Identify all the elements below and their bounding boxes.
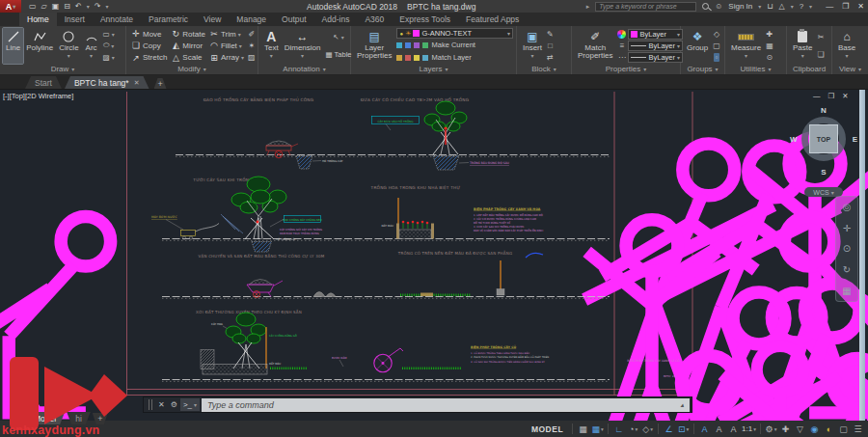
grid-display-icon[interactable]: ▦: [577, 423, 589, 435]
scale-button[interactable]: △Scale: [171, 52, 205, 64]
trim-button[interactable]: ✂Trim▾: [209, 28, 244, 40]
vertical-scrollbar[interactable]: [859, 90, 865, 421]
panel-block-footer[interactable]: Block▾: [517, 64, 571, 74]
a360-icon[interactable]: △: [778, 2, 784, 11]
help-icon[interactable]: ?: [800, 2, 803, 11]
scene1-title[interactable]: ĐÀO HỐ TRỒNG CÂY BẰNG BIỆN PHÁP THỦ CÔNG: [203, 96, 314, 102]
scene4-title[interactable]: TRỒNG HOA TRONG KHU NHÀ BIỆT THỰ: [370, 184, 461, 190]
tab-featured-apps[interactable]: Featured Apps: [458, 13, 527, 26]
id-point-icon[interactable]: ⊙: [767, 53, 773, 62]
tab-home[interactable]: Home: [19, 13, 57, 26]
search-icon[interactable]: [702, 3, 709, 10]
rectangle-icon[interactable]: ▭: [103, 30, 110, 39]
ortho-mode-icon[interactable]: ∟: [612, 423, 625, 435]
plot-icon[interactable]: ⊟: [64, 2, 70, 11]
marker-post[interactable]: [497, 260, 504, 295]
titleblock-number[interactable]: BPTC: 26: [664, 374, 676, 378]
show-motion-icon[interactable]: ▦: [842, 286, 851, 296]
tab-view[interactable]: View: [196, 13, 229, 26]
rootball-hole-hatch[interactable]: TRỒNG BẦU ĐÚNG ĐỘ SÂU: [433, 156, 509, 171]
hand-cart[interactable]: [266, 141, 298, 158]
move-button[interactable]: ✛Move: [131, 28, 167, 40]
revision-cloud-stroke[interactable]: [526, 254, 543, 258]
cut-icon[interactable]: ✂: [818, 33, 825, 41]
block-attributes-icon[interactable]: ⇄: [547, 53, 554, 62]
line-button[interactable]: Line: [3, 28, 23, 64]
measure-button[interactable]: Measure ▾: [728, 28, 764, 64]
water-pump[interactable]: [181, 224, 220, 240]
tab-annotate[interactable]: Annotate: [93, 13, 141, 26]
restore-button[interactable]: ❐: [842, 2, 849, 11]
panel-draw-footer[interactable]: Draw▾: [0, 64, 125, 74]
arc-button[interactable]: Arc ▾: [82, 28, 101, 64]
block-create-icon[interactable]: □: [548, 41, 553, 50]
application-menu-button[interactable]: A▾: [0, 0, 21, 13]
watered-tree[interactable]: [231, 177, 286, 239]
new-drawing-tab-button[interactable]: +: [154, 78, 167, 89]
tab-addins[interactable]: Add-ins: [314, 13, 358, 26]
notes2-title[interactable]: BIỆN PHÁP TRỒNG CÂY CỎ: [471, 344, 516, 349]
soil-label[interactable]: ĐẤT MÀU: [381, 224, 393, 228]
vp-restore-icon[interactable]: ❐: [828, 92, 835, 100]
notes1-line[interactable]: BẢO VỆ CHĂM SÓC ĐẢM BẢO CÂY PHÁT TRIỂN Ổ…: [474, 229, 543, 232]
notes2-line[interactable]: 2. PHUN TƯỚI NƯỚC THƯỜNG XUYÊN ĐẢM BẢO C…: [471, 355, 549, 359]
redo-icon[interactable]: ↷: [95, 2, 101, 11]
wood-stake-label[interactable]: CÂY CHỐNG BẰNG GỖ: [269, 334, 297, 338]
hole-label-2[interactable]: HỐ TRỒNG CÂY: [276, 237, 296, 241]
panel-groups-footer[interactable]: Groups▾: [681, 64, 724, 74]
flower-planter[interactable]: [396, 221, 434, 239]
command-customize-icon[interactable]: ⚙: [171, 400, 177, 409]
panel-modify-footer[interactable]: Modify▾: [126, 64, 258, 74]
layer-dropdown[interactable]: ● ☀ G-ANNO-TEXT ▾: [396, 28, 513, 39]
a360-caret-icon[interactable]: ▾: [791, 3, 794, 10]
undo-caret-icon[interactable]: ▾: [87, 3, 90, 10]
search-go-icon[interactable]: ▸: [586, 3, 590, 11]
group-button[interactable]: ❖ Group: [684, 28, 711, 64]
polyline-button[interactable]: Polyline: [23, 28, 56, 64]
viewcube-north[interactable]: N: [789, 106, 858, 115]
file-tab-start[interactable]: Start: [25, 76, 62, 89]
panel-annotation-footer[interactable]: Annotation▾: [258, 64, 350, 74]
polar-tracking-icon[interactable]: ◔▾: [627, 423, 639, 435]
pump-label[interactable]: MÁY BƠM NƯỚC: [151, 215, 178, 219]
orbit-icon[interactable]: ↻: [843, 264, 851, 275]
scene2-title[interactable]: ĐƯA CÂY CÓ CHIỀU CAO TB>2M VÀO HỐ TRỒNG: [361, 96, 470, 102]
panel-properties-footer[interactable]: Properties▾: [572, 64, 680, 74]
copy-clip-icon[interactable]: ❏: [817, 50, 824, 59]
panel-utilities-footer[interactable]: Utilities▾: [725, 64, 786, 74]
open-icon[interactable]: ▱: [41, 2, 47, 11]
pan-icon[interactable]: ✛: [843, 223, 851, 233]
gravel-bed[interactable]: [203, 365, 267, 375]
flower-tree-label[interactable]: CÂY HOA: [211, 322, 223, 326]
layer-properties-button[interactable]: ▤ Layer Properties: [354, 28, 394, 64]
undo-icon[interactable]: ↶: [75, 2, 82, 11]
tab-express-tools[interactable]: Express Tools: [392, 13, 458, 26]
autoscale-icon[interactable]: A: [713, 423, 725, 435]
roller-label[interactable]: BƯỚC ĐẦM: [332, 356, 347, 360]
isolate-objects-icon[interactable]: ▽: [794, 423, 806, 435]
tab-parametric[interactable]: Parametric: [141, 13, 196, 26]
app-store-icon[interactable]: ⊔: [767, 2, 773, 11]
annotation-visibility-icon[interactable]: A: [698, 423, 711, 435]
help-caret-icon[interactable]: ▾: [809, 3, 812, 10]
dimension-button[interactable]: ↔ Dimension ▾: [282, 28, 324, 64]
stretch-button[interactable]: ↗Stretch: [131, 52, 167, 64]
command-history-icon[interactable]: ▴: [680, 401, 684, 409]
quick-calc-icon[interactable]: ▦: [766, 41, 773, 50]
file-tab-active[interactable]: BPTC ha tang* ✕: [65, 76, 149, 89]
viewcube-east[interactable]: E: [853, 135, 857, 144]
fillet-button[interactable]: ◠Fillet▾: [209, 40, 244, 51]
navigation-wheel-icon[interactable]: ◎: [843, 202, 852, 212]
soil-patch[interactable]: [420, 293, 433, 297]
tab-output[interactable]: Output: [274, 13, 314, 26]
text-button[interactable]: A Text ▾: [261, 28, 282, 64]
stake-label[interactable]: CỌC CHỐNG DÂY CHẰNG NÉO: [283, 218, 321, 222]
scene5-title[interactable]: VẬN CHUYỂN VÀ SAN ĐẤT MÀU BẰNG THỦ CÔNG …: [199, 253, 325, 259]
rotate-button[interactable]: ↻Rotate: [171, 28, 205, 40]
prop-label-2[interactable]: ĐẢM BẢO TRỤC THẲNG ĐỨNG: [280, 232, 319, 235]
tab-manage[interactable]: Manage: [229, 13, 274, 26]
vp-close-icon[interactable]: ✕: [842, 92, 848, 100]
workspace-switching-icon[interactable]: ⚙▾: [765, 423, 777, 435]
linetype-icon[interactable]: ⋯: [618, 53, 626, 62]
vp-minimize-icon[interactable]: —: [813, 92, 821, 100]
